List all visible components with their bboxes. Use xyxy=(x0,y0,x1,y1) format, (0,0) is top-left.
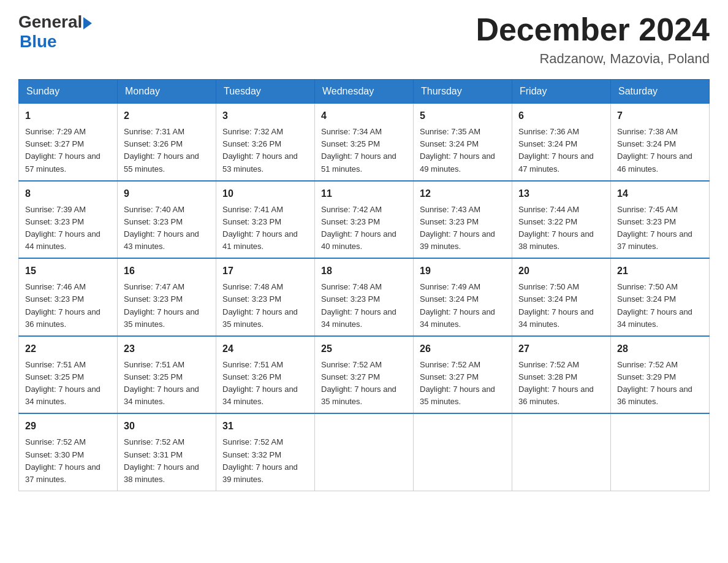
calendar-cell: 12 Sunrise: 7:43 AMSunset: 3:23 PMDaylig… xyxy=(414,181,512,259)
day-number: 26 xyxy=(420,342,506,356)
day-info: Sunrise: 7:29 AMSunset: 3:27 PMDaylight:… xyxy=(25,127,100,173)
calendar-cell: 2 Sunrise: 7:31 AMSunset: 3:26 PMDayligh… xyxy=(118,104,216,181)
day-number: 6 xyxy=(518,109,604,123)
day-info: Sunrise: 7:52 AMSunset: 3:27 PMDaylight:… xyxy=(321,360,396,406)
calendar-cell: 16 Sunrise: 7:47 AMSunset: 3:23 PMDaylig… xyxy=(118,258,216,336)
day-number: 13 xyxy=(518,186,604,201)
header-monday: Monday xyxy=(118,80,216,104)
day-number: 9 xyxy=(124,186,210,201)
day-number: 19 xyxy=(420,264,506,278)
calendar-cell: 11 Sunrise: 7:42 AMSunset: 3:23 PMDaylig… xyxy=(315,181,414,259)
day-info: Sunrise: 7:52 AMSunset: 3:30 PMDaylight:… xyxy=(25,437,100,483)
calendar-cell: 3 Sunrise: 7:32 AMSunset: 3:26 PMDayligh… xyxy=(216,104,315,181)
day-info: Sunrise: 7:50 AMSunset: 3:24 PMDaylight:… xyxy=(617,282,692,328)
day-info: Sunrise: 7:44 AMSunset: 3:22 PMDaylight:… xyxy=(518,205,594,251)
calendar-table: SundayMondayTuesdayWednesdayThursdayFrid… xyxy=(18,79,710,491)
header-thursday: Thursday xyxy=(414,80,512,104)
logo: General Blue xyxy=(18,12,92,52)
calendar-cell: 23 Sunrise: 7:51 AMSunset: 3:25 PMDaylig… xyxy=(118,336,216,414)
day-info: Sunrise: 7:51 AMSunset: 3:26 PMDaylight:… xyxy=(222,360,298,406)
calendar-cell xyxy=(315,413,414,491)
day-info: Sunrise: 7:50 AMSunset: 3:24 PMDaylight:… xyxy=(518,282,594,328)
day-number: 24 xyxy=(222,342,308,356)
calendar-cell xyxy=(512,413,611,491)
day-info: Sunrise: 7:38 AMSunset: 3:24 PMDaylight:… xyxy=(617,127,692,173)
day-info: Sunrise: 7:39 AMSunset: 3:23 PMDaylight:… xyxy=(25,205,100,251)
calendar-header-row: SundayMondayTuesdayWednesdayThursdayFrid… xyxy=(19,80,710,104)
header-saturday: Saturday xyxy=(611,80,710,104)
calendar-cell: 15 Sunrise: 7:46 AMSunset: 3:23 PMDaylig… xyxy=(19,258,118,336)
day-info: Sunrise: 7:43 AMSunset: 3:23 PMDaylight:… xyxy=(420,205,495,251)
day-number: 31 xyxy=(222,419,308,434)
calendar-cell: 5 Sunrise: 7:35 AMSunset: 3:24 PMDayligh… xyxy=(414,104,512,181)
calendar-cell: 27 Sunrise: 7:52 AMSunset: 3:28 PMDaylig… xyxy=(512,336,611,414)
calendar-cell: 26 Sunrise: 7:52 AMSunset: 3:27 PMDaylig… xyxy=(414,336,512,414)
calendar-cell: 21 Sunrise: 7:50 AMSunset: 3:24 PMDaylig… xyxy=(611,258,710,336)
day-number: 4 xyxy=(321,109,407,123)
day-number: 8 xyxy=(25,186,111,201)
calendar-cell: 4 Sunrise: 7:34 AMSunset: 3:25 PMDayligh… xyxy=(315,104,414,181)
day-number: 29 xyxy=(25,419,111,434)
calendar-cell: 7 Sunrise: 7:38 AMSunset: 3:24 PMDayligh… xyxy=(611,104,710,181)
calendar-cell xyxy=(414,413,512,491)
day-info: Sunrise: 7:52 AMSunset: 3:29 PMDaylight:… xyxy=(617,360,692,406)
header-wednesday: Wednesday xyxy=(315,80,414,104)
title-section: December 2024 Radzanow, Mazovia, Poland xyxy=(476,12,710,67)
day-info: Sunrise: 7:32 AMSunset: 3:26 PMDaylight:… xyxy=(222,127,298,173)
calendar-cell: 25 Sunrise: 7:52 AMSunset: 3:27 PMDaylig… xyxy=(315,336,414,414)
day-info: Sunrise: 7:36 AMSunset: 3:24 PMDaylight:… xyxy=(518,127,594,173)
day-info: Sunrise: 7:52 AMSunset: 3:31 PMDaylight:… xyxy=(124,437,199,483)
header-friday: Friday xyxy=(512,80,611,104)
day-number: 20 xyxy=(518,264,604,278)
calendar-cell: 30 Sunrise: 7:52 AMSunset: 3:31 PMDaylig… xyxy=(118,413,216,491)
calendar-cell: 10 Sunrise: 7:41 AMSunset: 3:23 PMDaylig… xyxy=(216,181,315,259)
day-info: Sunrise: 7:51 AMSunset: 3:25 PMDaylight:… xyxy=(124,360,199,406)
day-info: Sunrise: 7:46 AMSunset: 3:23 PMDaylight:… xyxy=(25,282,100,328)
day-number: 18 xyxy=(321,264,407,278)
calendar-cell: 14 Sunrise: 7:45 AMSunset: 3:23 PMDaylig… xyxy=(611,181,710,259)
week-row-1: 1 Sunrise: 7:29 AMSunset: 3:27 PMDayligh… xyxy=(19,104,710,181)
day-info: Sunrise: 7:31 AMSunset: 3:26 PMDaylight:… xyxy=(124,127,199,173)
calendar-cell: 6 Sunrise: 7:36 AMSunset: 3:24 PMDayligh… xyxy=(512,104,611,181)
week-row-4: 22 Sunrise: 7:51 AMSunset: 3:25 PMDaylig… xyxy=(19,336,710,414)
day-number: 16 xyxy=(124,264,210,278)
header-tuesday: Tuesday xyxy=(216,80,315,104)
day-info: Sunrise: 7:40 AMSunset: 3:23 PMDaylight:… xyxy=(124,205,199,251)
calendar-cell: 9 Sunrise: 7:40 AMSunset: 3:23 PMDayligh… xyxy=(118,181,216,259)
logo-general: General xyxy=(18,12,82,32)
day-number: 5 xyxy=(420,109,506,123)
day-number: 11 xyxy=(321,186,407,201)
header-sunday: Sunday xyxy=(19,80,118,104)
page-header: General Blue December 2024 Radzanow, Maz… xyxy=(18,12,710,67)
calendar-cell: 17 Sunrise: 7:48 AMSunset: 3:23 PMDaylig… xyxy=(216,258,315,336)
calendar-cell: 22 Sunrise: 7:51 AMSunset: 3:25 PMDaylig… xyxy=(19,336,118,414)
day-number: 23 xyxy=(124,342,210,356)
day-number: 30 xyxy=(124,419,210,434)
day-info: Sunrise: 7:52 AMSunset: 3:28 PMDaylight:… xyxy=(518,360,594,406)
day-info: Sunrise: 7:47 AMSunset: 3:23 PMDaylight:… xyxy=(124,282,199,328)
day-info: Sunrise: 7:48 AMSunset: 3:23 PMDaylight:… xyxy=(321,282,396,328)
calendar-cell: 1 Sunrise: 7:29 AMSunset: 3:27 PMDayligh… xyxy=(19,104,118,181)
day-number: 10 xyxy=(222,186,308,201)
month-title: December 2024 xyxy=(476,12,710,47)
day-number: 17 xyxy=(222,264,308,278)
calendar-cell: 20 Sunrise: 7:50 AMSunset: 3:24 PMDaylig… xyxy=(512,258,611,336)
day-info: Sunrise: 7:41 AMSunset: 3:23 PMDaylight:… xyxy=(222,205,298,251)
logo-arrow-icon xyxy=(83,17,92,29)
day-info: Sunrise: 7:51 AMSunset: 3:25 PMDaylight:… xyxy=(25,360,100,406)
logo-blue: Blue xyxy=(20,32,57,52)
day-number: 2 xyxy=(124,109,210,123)
day-info: Sunrise: 7:49 AMSunset: 3:24 PMDaylight:… xyxy=(420,282,495,328)
calendar-cell: 29 Sunrise: 7:52 AMSunset: 3:30 PMDaylig… xyxy=(19,413,118,491)
day-number: 7 xyxy=(617,109,703,123)
calendar-cell: 8 Sunrise: 7:39 AMSunset: 3:23 PMDayligh… xyxy=(19,181,118,259)
calendar-cell: 19 Sunrise: 7:49 AMSunset: 3:24 PMDaylig… xyxy=(414,258,512,336)
location: Radzanow, Mazovia, Poland xyxy=(476,51,710,67)
day-info: Sunrise: 7:52 AMSunset: 3:32 PMDaylight:… xyxy=(222,437,298,483)
day-number: 12 xyxy=(420,186,506,201)
calendar-cell xyxy=(611,413,710,491)
calendar-cell: 18 Sunrise: 7:48 AMSunset: 3:23 PMDaylig… xyxy=(315,258,414,336)
calendar-cell: 31 Sunrise: 7:52 AMSunset: 3:32 PMDaylig… xyxy=(216,413,315,491)
day-info: Sunrise: 7:34 AMSunset: 3:25 PMDaylight:… xyxy=(321,127,396,173)
calendar-cell: 13 Sunrise: 7:44 AMSunset: 3:22 PMDaylig… xyxy=(512,181,611,259)
